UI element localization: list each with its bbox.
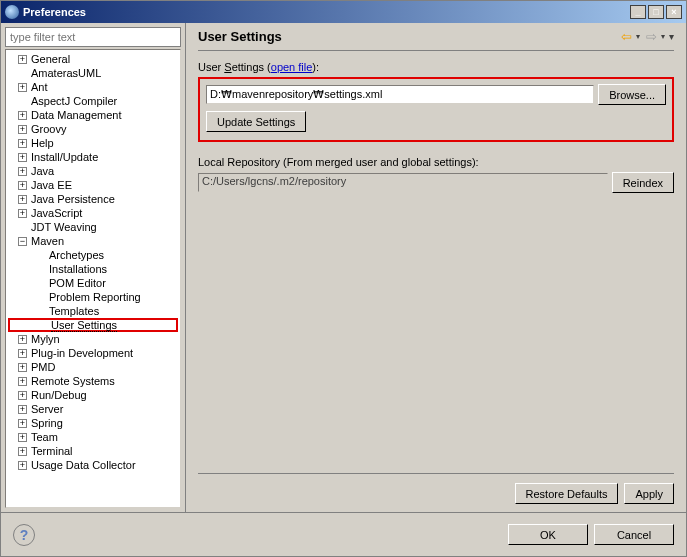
expand-icon[interactable]: +	[18, 391, 27, 400]
tree-item-archetypes[interactable]: Archetypes	[8, 248, 178, 262]
tree-item-terminal[interactable]: +Terminal	[8, 444, 178, 458]
tree-item-problemreport[interactable]: Problem Reporting	[8, 290, 178, 304]
expand-icon[interactable]: +	[18, 461, 27, 470]
tree-item-ant[interactable]: +Ant	[8, 80, 178, 94]
back-arrow-icon[interactable]: ⇦	[621, 29, 632, 44]
app-icon	[5, 5, 19, 19]
tree-item-javaee[interactable]: +Java EE	[8, 178, 178, 192]
expand-icon[interactable]: +	[18, 447, 27, 456]
tree-item-mylyn[interactable]: +Mylyn	[8, 332, 178, 346]
settings-pane: User Settings ⇦▾ ⇨▾ ▾ User Settings (ope…	[186, 23, 686, 512]
back-menu-icon[interactable]: ▾	[636, 32, 640, 41]
preferences-tree[interactable]: +General AmaterasUML +Ant AspectJ Compil…	[5, 49, 181, 508]
expand-icon[interactable]: +	[18, 195, 27, 204]
left-panel: +General AmaterasUML +Ant AspectJ Compil…	[1, 23, 186, 512]
tree-item-plugindev[interactable]: +Plug-in Development	[8, 346, 178, 360]
titlebar: Preferences _ □ ×	[1, 1, 686, 23]
tree-item-usersettings[interactable]: User Settings	[8, 318, 178, 332]
bottom-bar: ? OK Cancel	[1, 512, 686, 556]
tree-item-pomeditor[interactable]: POM Editor	[8, 276, 178, 290]
tree-item-general[interactable]: +General	[8, 52, 178, 66]
ok-button[interactable]: OK	[508, 524, 588, 545]
expand-icon[interactable]: +	[18, 111, 27, 120]
reindex-button[interactable]: Reindex	[612, 172, 674, 193]
local-repo-path: C:/Users/lgcns/.m2/repository	[198, 173, 608, 192]
tree-item-pmd[interactable]: +PMD	[8, 360, 178, 374]
tree-item-templates[interactable]: Templates	[8, 304, 178, 318]
restore-defaults-button[interactable]: Restore Defaults	[515, 483, 619, 504]
expand-icon[interactable]: +	[18, 139, 27, 148]
tree-item-remotesys[interactable]: +Remote Systems	[8, 374, 178, 388]
tree-item-installations[interactable]: Installations	[8, 262, 178, 276]
expand-icon[interactable]: +	[18, 181, 27, 190]
cancel-button[interactable]: Cancel	[594, 524, 674, 545]
expand-icon[interactable]: +	[18, 83, 27, 92]
view-menu-icon[interactable]: ▾	[669, 31, 674, 42]
window-title: Preferences	[23, 6, 630, 18]
expand-icon[interactable]: +	[18, 335, 27, 344]
user-settings-label: User Settings (open file):	[198, 61, 674, 73]
tree-item-install[interactable]: +Install/Update	[8, 150, 178, 164]
open-file-link[interactable]: open file	[271, 61, 313, 73]
preferences-window: Preferences _ □ × +General AmaterasUML +…	[0, 0, 687, 557]
user-settings-path-input[interactable]	[206, 85, 594, 104]
help-icon[interactable]: ?	[13, 524, 35, 546]
expand-icon[interactable]: +	[18, 419, 27, 428]
tree-item-amateras[interactable]: AmaterasUML	[8, 66, 178, 80]
tree-item-javapersist[interactable]: +Java Persistence	[8, 192, 178, 206]
local-repo-label: Local Repository (From merged user and g…	[198, 156, 674, 168]
update-settings-button[interactable]: Update Settings	[206, 111, 306, 132]
expand-icon[interactable]: +	[18, 55, 27, 64]
tree-item-jdt[interactable]: JDT Weaving	[8, 220, 178, 234]
tree-item-java[interactable]: +Java	[8, 164, 178, 178]
filter-input[interactable]	[5, 27, 181, 47]
page-title: User Settings	[198, 29, 621, 44]
expand-icon[interactable]: +	[18, 167, 27, 176]
highlighted-section: Browse... Update Settings	[198, 77, 674, 142]
tree-item-javascript[interactable]: +JavaScript	[8, 206, 178, 220]
collapse-icon[interactable]: −	[18, 237, 27, 246]
tree-item-help[interactable]: +Help	[8, 136, 178, 150]
apply-button[interactable]: Apply	[624, 483, 674, 504]
expand-icon[interactable]: +	[18, 405, 27, 414]
tree-item-groovy[interactable]: +Groovy	[8, 122, 178, 136]
tree-item-rundebug[interactable]: +Run/Debug	[8, 388, 178, 402]
tree-item-server[interactable]: +Server	[8, 402, 178, 416]
tree-item-aspectj[interactable]: AspectJ Compiler	[8, 94, 178, 108]
close-button[interactable]: ×	[666, 5, 682, 19]
expand-icon[interactable]: +	[18, 349, 27, 358]
forward-arrow-icon: ⇨	[646, 29, 657, 44]
expand-icon[interactable]: +	[18, 209, 27, 218]
expand-icon[interactable]: +	[18, 153, 27, 162]
tree-item-team[interactable]: +Team	[8, 430, 178, 444]
tree-item-datamgmt[interactable]: +Data Management	[8, 108, 178, 122]
tree-item-usage[interactable]: +Usage Data Collector	[8, 458, 178, 472]
tree-item-maven[interactable]: −Maven	[8, 234, 178, 248]
forward-menu-icon[interactable]: ▾	[661, 32, 665, 41]
maximize-button[interactable]: □	[648, 5, 664, 19]
expand-icon[interactable]: +	[18, 125, 27, 134]
expand-icon[interactable]: +	[18, 433, 27, 442]
tree-item-spring[interactable]: +Spring	[8, 416, 178, 430]
expand-icon[interactable]: +	[18, 363, 27, 372]
minimize-button[interactable]: _	[630, 5, 646, 19]
expand-icon[interactable]: +	[18, 377, 27, 386]
browse-button[interactable]: Browse...	[598, 84, 666, 105]
